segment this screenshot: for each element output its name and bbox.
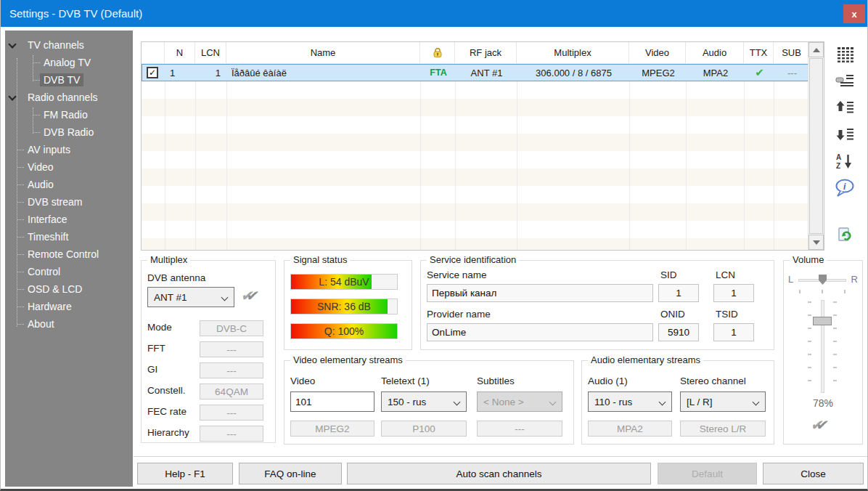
sidebar-item-dvb-radio[interactable]: DVB Radio (5, 123, 133, 141)
sidebar-item-control[interactable]: Control (5, 263, 133, 280)
channel-checkbox[interactable]: ✓ (147, 67, 158, 78)
chevron-down-icon (753, 399, 760, 406)
channel-lcn: 1 (196, 65, 227, 81)
subtitles-info-value: --- (477, 421, 562, 437)
dvb-antenna-label: DVB antenna (147, 272, 205, 283)
signal-quality-text: Q: 100% (291, 324, 397, 339)
sidebar-item-osd-lcd[interactable]: OSD & LCD (5, 280, 133, 298)
default-button: Default (658, 463, 757, 484)
teletext-select[interactable]: 150 - rus (381, 391, 467, 412)
service-identification-title: Service identification (427, 254, 519, 265)
signal-snr-text: SNR: 36 dB (291, 299, 397, 315)
table-scrollbar[interactable] (808, 42, 824, 250)
video-pid-input[interactable]: 101 (290, 391, 374, 412)
sid-label: SID (660, 269, 677, 280)
col-header-multiplex[interactable]: Multiplex (517, 42, 629, 63)
sort-az-icon[interactable]: A Z (832, 150, 857, 172)
col-header-check[interactable] (142, 42, 165, 63)
sidebar-item-radio-channels[interactable]: Radio channels (5, 89, 133, 106)
channel-audio-codec: MPA2 (687, 65, 745, 81)
sidebar-item-about[interactable]: About (5, 315, 133, 333)
rescan-icon[interactable] (832, 224, 857, 246)
titlebar: Settings - DVB TV (Default) x (1, 0, 867, 27)
signal-snr-bar: SNR: 36 dB (290, 299, 398, 315)
audio-track-select[interactable]: 110 - rus (588, 391, 672, 412)
sidebar-item-av-inputs[interactable]: AV inputs (5, 141, 133, 158)
teletext-page-value: P100 (381, 421, 467, 437)
volume-percent: 78% (784, 397, 862, 409)
balance-right-label: R (851, 274, 858, 285)
channel-rf-jack: ANT #1 (456, 65, 517, 81)
sidebar-item-interface[interactable]: Interface (5, 211, 133, 228)
chevron-down-icon (659, 399, 666, 406)
lcn-field: 1 (713, 284, 754, 302)
chevron-down-icon (549, 399, 557, 406)
col-header-n[interactable]: N (165, 42, 195, 63)
mode-value: DVB-C (200, 320, 263, 336)
service-identification-panel: Service identification Service name Перв… (420, 260, 774, 350)
audio-track-label: Audio (1) (588, 376, 628, 386)
channel-row[interactable]: ✓ 1 1 Ïåðâûé êàíàë FTA ANT #1 306.000 / … (142, 64, 824, 81)
stereo-channel-select[interactable]: [L / R] (680, 391, 766, 412)
dvb-antenna-select[interactable]: ANT #1 (147, 287, 234, 307)
col-header-sub[interactable]: SUB (774, 42, 809, 63)
balance-ticks (799, 290, 846, 293)
antenna-apply-check-icon (242, 287, 265, 306)
move-up-icon[interactable] (832, 97, 857, 118)
col-header-lcn[interactable]: LCN (195, 42, 226, 63)
volume-ticks-right (833, 301, 837, 393)
service-name-label: Service name (427, 269, 487, 280)
channel-number: 1 (165, 65, 196, 81)
chevron-down-icon[interactable] (8, 92, 16, 100)
sidebar-item-dvb-tv[interactable]: DVB TV (5, 71, 133, 89)
edit-channel-icon[interactable] (832, 70, 857, 92)
balance-thumb[interactable] (819, 275, 827, 285)
scrollbar-thumb[interactable] (809, 58, 823, 234)
sidebar-item-tv-channels[interactable]: TV channels (5, 36, 133, 54)
constellation-value: 64QAM (200, 384, 263, 399)
close-button[interactable]: x (843, 4, 865, 23)
sid-field: 1 (658, 284, 699, 302)
scroll-down-button[interactable] (808, 235, 824, 250)
stereo-channel-value: [L / R] (687, 397, 713, 407)
channel-info-icon[interactable]: i (832, 177, 857, 199)
padlock-icon (432, 47, 443, 58)
col-header-name[interactable]: Name (226, 42, 420, 63)
close-dialog-button[interactable]: Close (763, 463, 864, 484)
sidebar-item-remote-control[interactable]: Remote Control (5, 246, 133, 263)
sidebar-item-analog-tv[interactable]: Analog TV (5, 54, 133, 71)
triangle-up-icon (813, 48, 820, 52)
video-codec-value: MPEG2 (290, 421, 374, 437)
col-header-audio[interactable]: Audio (686, 42, 744, 63)
channel-grid-icon[interactable] (832, 44, 857, 65)
sidebar-item-fm-radio[interactable]: FM Radio (5, 106, 133, 123)
scroll-up-button[interactable] (808, 42, 824, 57)
faq-button[interactable]: FAQ on-line (239, 463, 342, 484)
col-header-video[interactable]: Video (629, 42, 686, 63)
sidebar-item-video[interactable]: Video (5, 158, 133, 176)
signal-level-bar: L: 54 dBuV (290, 274, 398, 290)
col-header-rf-jack[interactable]: RF jack (455, 42, 517, 63)
footer-separator (134, 456, 868, 457)
onid-field: 5910 (658, 323, 699, 341)
volume-slider[interactable] (821, 300, 824, 393)
move-down-icon[interactable] (832, 123, 857, 145)
sidebar-item-audio[interactable]: Audio (5, 176, 133, 193)
chevron-down-icon[interactable] (8, 40, 16, 48)
volume-ticks-left (808, 301, 811, 393)
signal-quality-bar: Q: 100% (290, 323, 398, 339)
auto-scan-button[interactable]: Auto scan channels (347, 463, 651, 484)
channel-table: N LCN Name RF jack Multiplex Video Audio… (141, 41, 824, 251)
sidebar-item-timeshift[interactable]: Timeshift (5, 228, 133, 246)
sidebar-item-hardware[interactable]: Hardware (5, 298, 133, 315)
multiplex-panel: Multiplex DVB antenna ANT #1 Mode DVB-C … (141, 260, 276, 443)
col-header-ttx[interactable]: TTX (744, 42, 774, 63)
col-header-lock[interactable] (420, 42, 455, 63)
sidebar-item-dvb-stream[interactable]: DVB stream (5, 193, 133, 211)
volume-panel: Volume L R 78% (783, 260, 863, 445)
volume-thumb[interactable] (813, 317, 832, 325)
signal-status-panel: Signal status L: 54 dBuV SNR: 36 dB Q: 1… (284, 260, 412, 350)
volume-apply-check-icon (811, 416, 835, 435)
channel-multiplex: 306.000 / 8 / 6875 (517, 65, 630, 81)
help-button[interactable]: Help - F1 (137, 463, 233, 484)
